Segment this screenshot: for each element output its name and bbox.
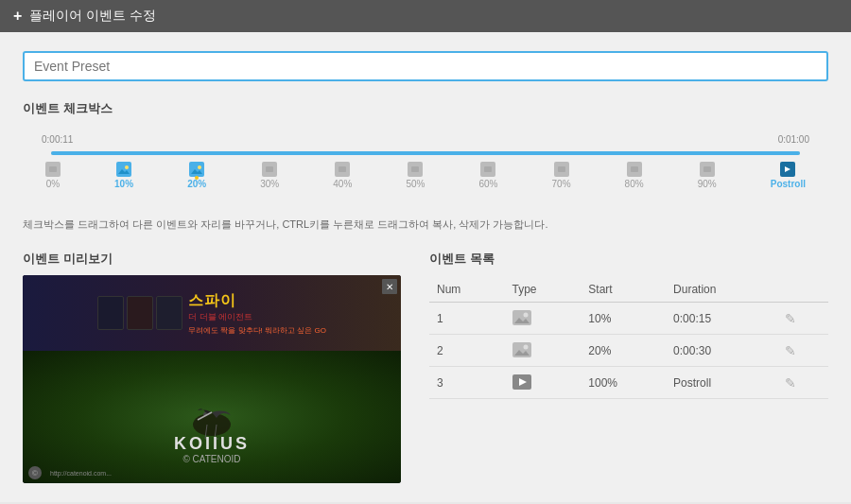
row2-num: 2 xyxy=(429,335,505,367)
marker-60[interactable]: 60% xyxy=(478,162,497,189)
timeline-fill xyxy=(51,151,800,155)
marker-50[interactable]: 50% xyxy=(406,162,425,189)
marker-icon-50 xyxy=(408,162,423,177)
marker-10[interactable]: 10% xyxy=(114,162,133,189)
row1-edit-icon[interactable]: ✎ xyxy=(785,311,796,326)
marker-70[interactable]: 70% xyxy=(552,162,571,189)
row2-edit[interactable]: ✎ xyxy=(777,335,828,367)
svg-point-15 xyxy=(523,345,528,350)
row1-num: 1 xyxy=(429,303,505,335)
col-start: Start xyxy=(581,277,666,303)
marker-80[interactable]: 80% xyxy=(625,162,644,189)
plus-icon: + xyxy=(13,8,22,25)
marker-icon-30 xyxy=(262,162,277,177)
marker-40[interactable]: 40% xyxy=(333,162,352,189)
content-area: Event Preset 이벤트 체크박스 0:00:11 0:01:00 xyxy=(0,32,851,502)
row2-type xyxy=(505,335,582,367)
marker-icon-40 xyxy=(335,162,350,177)
timeline-section: 이벤트 체크박스 0:00:11 0:01:00 xyxy=(23,100,828,232)
hint-text: 체크박스를 드래그하여 다른 이벤트와 자리를 바꾸거나, CTRL키를 누른채… xyxy=(23,217,828,232)
row3-edit-icon[interactable]: ✎ xyxy=(785,375,796,391)
preset-input-wrapper: Event Preset xyxy=(23,51,828,81)
header-bar: + 플레이어 이벤트 수정 xyxy=(0,0,851,32)
banner-close-button[interactable]: ✕ xyxy=(382,279,397,294)
marker-label-50: 50% xyxy=(406,179,425,189)
row3-start: 100% xyxy=(581,367,666,399)
marker-postroll[interactable]: Postroll xyxy=(771,162,806,189)
footer-icon-1: © xyxy=(28,466,42,479)
row3-edit[interactable]: ✎ xyxy=(777,367,828,399)
marker-label-postroll: Postroll xyxy=(771,179,806,189)
marker-20[interactable]: 20% xyxy=(187,162,206,189)
row3-duration: Postroll xyxy=(666,367,777,399)
preview-overlay-text: KOIIUS © CATENOID xyxy=(174,434,250,464)
row2-start: 20% xyxy=(581,335,666,367)
preview-top-banner: 스파이 더 더블 에이전트 무려에도 짝을 맞추다! 뭐라하고 싶은 GO ✕ xyxy=(23,275,401,351)
marker-icon-80 xyxy=(627,162,642,177)
marker-30[interactable]: 30% xyxy=(260,162,279,189)
preview-section: 이벤트 미리보기 xyxy=(23,251,401,483)
timeline-markers-row: 0% 10% 20% xyxy=(45,162,806,189)
table-row: 1 10% 0:00:15 ✎ xyxy=(429,303,828,335)
marker-label-40: 40% xyxy=(333,179,352,189)
marker-icon-20 xyxy=(189,162,204,177)
col-action xyxy=(777,277,828,303)
row1-type xyxy=(505,303,582,335)
bottom-section: 이벤트 미리보기 xyxy=(23,251,828,483)
timeline-times: 0:00:11 0:01:00 xyxy=(42,134,809,145)
marker-icon-90 xyxy=(700,162,715,177)
svg-point-2 xyxy=(125,165,129,169)
marker-label-60: 60% xyxy=(478,179,497,189)
table-row: 2 20% 0:00:30 ✎ xyxy=(429,335,828,367)
page-title: 플레이어 이벤트 수정 xyxy=(29,8,156,25)
marker-0[interactable]: 0% xyxy=(45,162,61,189)
marker-label-20: 20% xyxy=(187,179,206,189)
marker-label-0: 0% xyxy=(46,179,60,189)
row1-type-icon xyxy=(512,310,531,325)
timeline-end-time: 0:01:00 xyxy=(778,134,809,145)
marker-icon-postroll xyxy=(780,162,795,177)
preview-main-bg: KOIIUS © CATENOID © http://catenoid.com.… xyxy=(23,351,401,483)
row3-num: 3 xyxy=(429,367,505,399)
preview-title: 이벤트 미리보기 xyxy=(23,251,401,268)
preview-brand-text: KOIIUS xyxy=(174,434,250,454)
timeline-container: 0:00:11 0:01:00 0% xyxy=(23,127,828,217)
table-row: 3 100% Postroll ✎ xyxy=(429,367,828,399)
row1-duration: 0:00:15 xyxy=(666,303,777,335)
col-num: Num xyxy=(429,277,505,303)
preset-input[interactable]: Event Preset xyxy=(34,59,817,74)
marker-label-30: 30% xyxy=(260,179,279,189)
col-type: Type xyxy=(505,277,582,303)
timeline-start-time: 0:00:11 xyxy=(42,134,73,145)
row1-edit[interactable]: ✎ xyxy=(777,303,828,335)
footer-icon-2: http://catenoid.com... xyxy=(47,466,114,479)
svg-point-5 xyxy=(198,165,201,169)
marker-label-10: 10% xyxy=(114,179,133,189)
marker-label-80: 80% xyxy=(625,179,644,189)
timeline-track[interactable] xyxy=(51,148,800,158)
row2-edit-icon[interactable]: ✎ xyxy=(785,343,796,358)
row3-type-icon xyxy=(512,374,531,390)
preview-image: 스파이 더 더블 에이전트 무려에도 짝을 맞추다! 뭐라하고 싶은 GO ✕ xyxy=(23,275,401,483)
preview-footer: © http://catenoid.com... xyxy=(28,466,114,479)
marker-label-90: 90% xyxy=(698,179,717,189)
marker-icon-60 xyxy=(480,162,495,177)
marker-icon-0 xyxy=(45,162,61,177)
row3-type xyxy=(505,367,582,399)
event-table: Num Type Start Duration 1 xyxy=(429,277,828,399)
marker-icon-10 xyxy=(116,162,131,177)
marker-90[interactable]: 90% xyxy=(698,162,717,189)
svg-point-8 xyxy=(193,413,231,436)
event-list-section: 이벤트 목록 Num Type Start Duration xyxy=(429,251,828,483)
checkbox-section-title: 이벤트 체크박스 xyxy=(23,100,828,117)
row2-type-icon xyxy=(512,342,531,357)
event-list-title: 이벤트 목록 xyxy=(429,251,828,268)
marker-icon-70 xyxy=(554,162,569,177)
row2-duration: 0:00:30 xyxy=(666,335,777,367)
row1-start: 10% xyxy=(581,303,666,335)
col-duration: Duration xyxy=(666,277,777,303)
preview-sub-text: © CATENOID xyxy=(174,454,250,464)
svg-point-12 xyxy=(523,313,528,318)
marker-label-70: 70% xyxy=(552,179,571,189)
page-wrapper: + 플레이어 이벤트 수정 Event Preset 이벤트 체크박스 0:00… xyxy=(0,0,851,504)
